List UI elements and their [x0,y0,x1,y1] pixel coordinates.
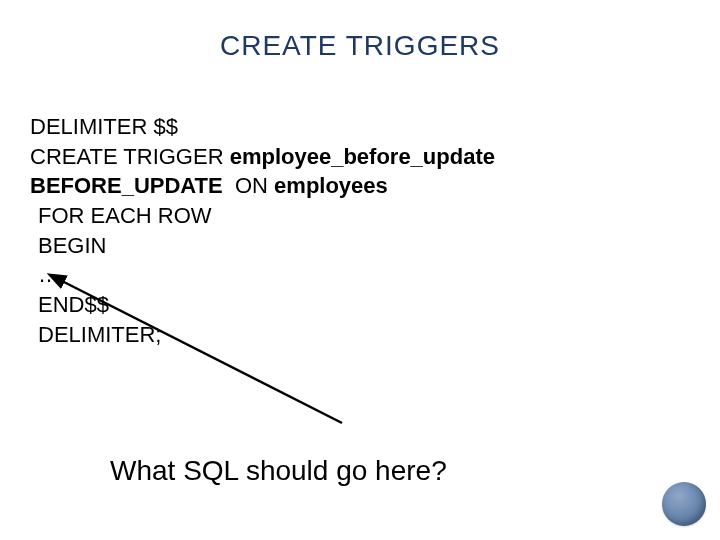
code-line-7: END$$ [30,290,670,320]
code-line-4: FOR EACH ROW [30,201,670,231]
decorative-sphere-icon [662,482,706,526]
slide-title: CREATE TRIGGERS [0,30,720,62]
code-line-8: DELIMITER; [30,320,670,350]
question-text: What SQL should go here? [110,455,447,487]
code-block: DELIMITER $$ CREATE TRIGGER employee_bef… [30,112,670,350]
code-line-1: DELIMITER $$ [30,112,670,142]
code-line-2: CREATE TRIGGER employee_before_update [30,142,670,172]
slide: CREATE TRIGGERS DELIMITER $$ CREATE TRIG… [0,0,720,540]
code-line-3: BEFORE_UPDATE ON employees [30,171,670,201]
code-line-6: … [30,260,670,290]
code-line-5: BEGIN [30,231,670,261]
